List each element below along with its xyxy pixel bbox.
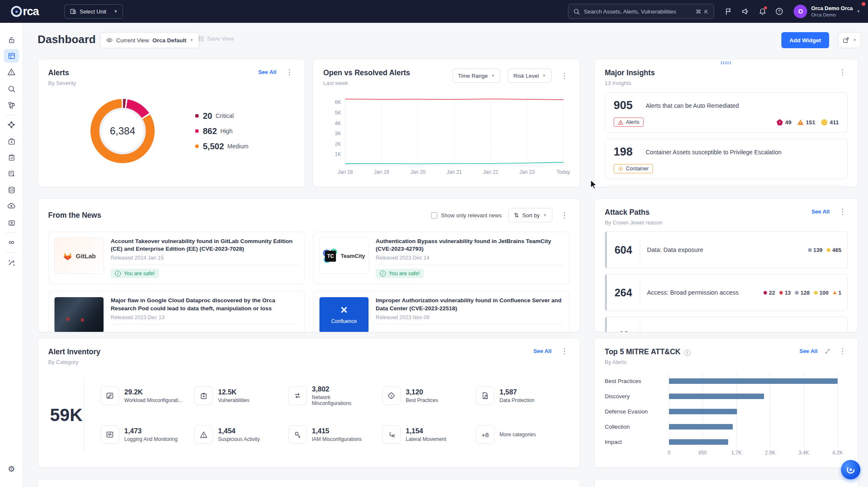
add-widget-button[interactable]: Add Widget xyxy=(781,32,829,48)
sidebar-item-data-security[interactable] xyxy=(4,183,19,197)
legend-item-critical[interactable]: 20 Critical xyxy=(195,111,248,121)
x-tick-label: Jan 18 xyxy=(338,169,353,175)
x-tick-label: Today xyxy=(557,169,570,175)
inventory-item[interactable]: 1,415IAM Misconfigurations xyxy=(288,425,382,444)
news-card-dataproc[interactable]: Major flaw in Google Cloud Dataproc disc… xyxy=(48,291,305,332)
news-card-confluence[interactable]: ✕ Confluence Improper Authorization vuln… xyxy=(313,291,570,332)
attack-path-row[interactable]: 604 Data: Data exposure 139 465 xyxy=(605,231,848,268)
sidebar-item-inventory[interactable] xyxy=(4,134,19,148)
sidebar-item-cloud-import[interactable] xyxy=(4,199,19,213)
insight-card-partial[interactable] xyxy=(605,185,848,187)
risk-level-dropdown[interactable]: Risk Level ▼ xyxy=(508,68,551,83)
sidebar-item-alerts[interactable] xyxy=(4,65,19,79)
news-sort-dropdown[interactable]: ⇅ Sort by ▼ xyxy=(508,208,552,222)
inventory-item[interactable]: 1,154Lateral Movement xyxy=(382,425,476,444)
current-view-dropdown[interactable]: Current View Orca Default ▼ xyxy=(100,32,199,48)
search-shortcut: ⌘ K xyxy=(696,8,709,15)
insight-card[interactable]: 198 Container Assets susceptible to Priv… xyxy=(605,139,848,179)
user-menu[interactable]: O Orca Demo Orca Orca Demo ▼ xyxy=(794,5,860,18)
news-released: Released 2023 Dec 13 xyxy=(111,315,299,320)
mitre-bar[interactable] xyxy=(669,409,737,414)
inventory-see-all-link[interactable]: See All xyxy=(533,348,551,354)
mitre-bar-chart[interactable]: Best Practices Discovery Defense Evasion… xyxy=(605,374,848,458)
sidebar-item-compliance[interactable] xyxy=(4,150,19,164)
inventory-item[interactable]: 1,454Suspicious Activity xyxy=(194,425,288,444)
sidebar-item-dashboard[interactable] xyxy=(4,49,19,63)
mitre-bar[interactable] xyxy=(669,439,728,445)
insight-count: 905 xyxy=(614,99,636,112)
alerts-see-all-link[interactable]: See All xyxy=(258,69,276,75)
inventory-item[interactable]: 3,120Best Practices xyxy=(382,386,476,405)
inventory-item[interactable]: 29.2KWorkload Misconfigurati... xyxy=(101,386,194,405)
inventory-item[interactable]: 1,587Data Protection xyxy=(476,386,570,405)
page-title: Dashboard xyxy=(38,33,96,46)
save-view-button[interactable]: Save View xyxy=(198,36,234,42)
news-card-gitlab[interactable]: GitLab Account Takeover vulnerability fo… xyxy=(48,232,305,284)
attack-path-row[interactable]: 264 Access: Broad permission access 22 1… xyxy=(605,274,848,311)
kebab-menu-icon[interactable]: ⋮ xyxy=(559,72,570,79)
inventory-item[interactable]: 1,473Logging And Monitoring xyxy=(101,425,194,444)
kebab-menu-icon[interactable]: ⋮ xyxy=(559,212,570,219)
kebab-menu-icon[interactable]: ⋮ xyxy=(837,68,848,76)
legend-item-medium[interactable]: 5,502 Medium xyxy=(195,142,248,151)
mitre-bar[interactable] xyxy=(669,378,838,384)
mitre-see-all-link[interactable]: See All xyxy=(800,348,818,354)
inventory-item[interactable]: 3,802Network Misconfigurations xyxy=(288,385,382,406)
announcements-icon[interactable] xyxy=(737,7,754,16)
time-range-dropdown[interactable]: Time Range ▼ xyxy=(453,68,500,83)
inventory-item[interactable]: 12.5KVulnerabilities xyxy=(194,386,288,405)
sidebar-item-policies[interactable] xyxy=(4,167,19,180)
settings-gear-icon[interactable]: ⚙ xyxy=(4,462,19,476)
inventory-item-more[interactable]: +8 More categories xyxy=(476,425,570,444)
you-are-safe-badge: ✓ You are safe! xyxy=(111,269,159,278)
expand-icon[interactable]: ⤢ xyxy=(825,348,830,355)
gitlab-logo: GitLab xyxy=(54,238,104,274)
legend-item-high[interactable]: 862 High xyxy=(195,126,248,136)
kebab-menu-icon[interactable]: ⋮ xyxy=(559,347,570,355)
select-unit-dropdown[interactable]: Select Unit ▼ xyxy=(64,4,123,19)
x-tick-label: 1.7K xyxy=(731,450,742,456)
chevron-down-icon: ▼ xyxy=(853,38,857,42)
info-icon[interactable]: i xyxy=(684,350,691,356)
flag-icon[interactable] xyxy=(720,8,737,16)
mitre-category-label: Best Practices xyxy=(605,378,667,384)
time-range-label: Time Range xyxy=(458,73,488,79)
sidebar-item-identity-access[interactable] xyxy=(4,216,19,230)
teamcity-logo: TC TeamCity xyxy=(319,238,369,274)
severity-dot-icon xyxy=(833,291,837,295)
insight-tag-container[interactable]: Container xyxy=(614,164,653,173)
assistant-fab-button[interactable] xyxy=(841,460,860,479)
sidebar-item-cloud-security[interactable] xyxy=(4,118,19,131)
mitre-bar[interactable] xyxy=(669,424,733,430)
sidebar-item-attack-paths[interactable] xyxy=(4,256,19,269)
ovr-line-chart[interactable]: 1K2K3K4K5K6K Jan 18Jan 19Jan 20Jan 21Jan… xyxy=(323,97,570,182)
more-categories-icon: +8 xyxy=(476,425,494,444)
relevant-news-checkbox[interactable] xyxy=(431,212,437,219)
alerts-donut-chart[interactable]: 6,384 xyxy=(90,99,155,163)
news-card-teamcity[interactable]: TC TeamCity Authentication Bypass vulner… xyxy=(313,232,570,284)
attack-paths-see-all-link[interactable]: See All xyxy=(811,208,830,215)
kebab-menu-icon[interactable]: ⋮ xyxy=(284,68,295,76)
orca-assistant-icon xyxy=(846,465,856,475)
check-icon: ✓ xyxy=(380,271,386,276)
kebab-menu-icon[interactable]: ⋮ xyxy=(837,208,848,215)
insight-card[interactable]: 905 Alerts that can be Auto Remediated A… xyxy=(605,92,848,133)
attack-path-row[interactable]: 48 Data: Personal identifiable informati… xyxy=(605,317,848,332)
ovr-subtitle: Last week xyxy=(323,80,410,86)
chevron-down-icon: ▼ xyxy=(542,74,546,78)
notifications-bell-icon[interactable] xyxy=(754,8,771,16)
lock-icon[interactable] xyxy=(4,33,19,47)
you-are-safe-badge: ✓ You are safe! xyxy=(376,269,424,278)
legend-swatch xyxy=(195,129,199,133)
kebab-menu-icon[interactable]: ⋮ xyxy=(837,347,848,355)
mitre-bar[interactable] xyxy=(669,394,764,399)
drag-handle-icon[interactable]: •••••••••• xyxy=(721,61,732,65)
sidebar-item-search[interactable] xyxy=(4,82,19,96)
global-search-input[interactable]: Search Assets, Alerts, Vulnerabilities ⌘… xyxy=(568,4,714,19)
export-button[interactable]: ▼ xyxy=(838,32,861,48)
help-icon[interactable]: ? xyxy=(771,7,788,16)
insight-tag-alerts[interactable]: Alerts xyxy=(614,118,644,127)
sidebar-item-service-graph[interactable] xyxy=(4,98,19,112)
sidebar-item-shift-left[interactable]: ∞ xyxy=(4,235,19,249)
workload-icon xyxy=(101,386,119,405)
